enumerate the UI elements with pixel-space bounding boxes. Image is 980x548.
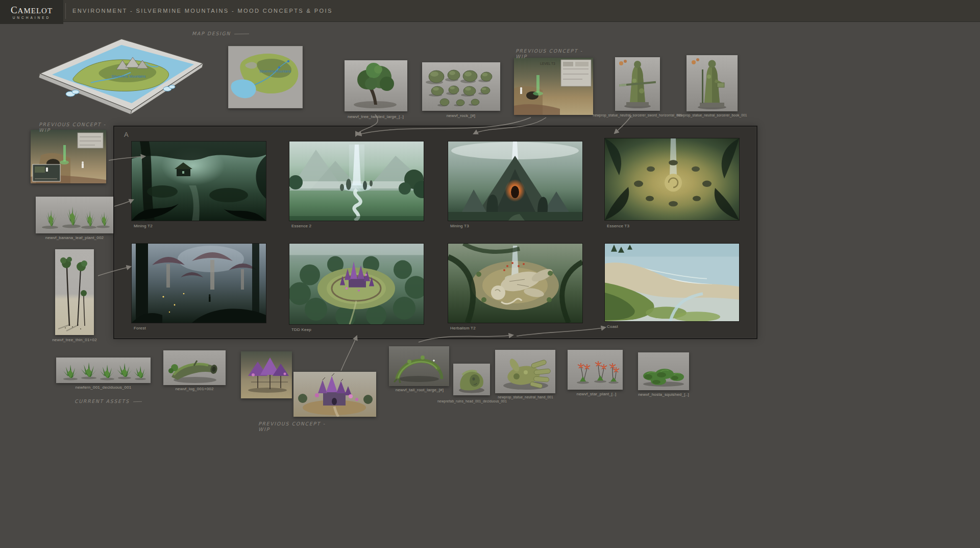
asset-label-statue-book: newprop_statue_neutral_sorcerer_book_001 [664, 113, 761, 117]
previous-concept-left-artwork [31, 130, 106, 183]
annotation-current-assets-text: CURRENT ASSETS [75, 398, 130, 404]
concept-image-tdd-keep [289, 244, 424, 324]
asset-banana-leaf [36, 197, 113, 233]
log-artwork [163, 350, 226, 385]
asset-statue-sword [615, 57, 660, 111]
annotation-previous-concept-top: PREVIOUS CONCEPT - WIP [516, 48, 593, 59]
tall-root-artwork [389, 346, 449, 386]
asset-rocks [422, 62, 500, 111]
asset-fern [56, 358, 151, 383]
annotation-current-assets: CURRENT ASSETS [75, 398, 142, 404]
camelot-logo: CAMELOT UNCHAINED [0, 0, 63, 24]
asset-label-hosta: newvf_hosta_squished_[..] [630, 392, 697, 397]
star-plant-artwork [568, 350, 623, 390]
previous-concept-structure-a [241, 351, 292, 398]
asset-label-rocks: newvf_rock_[#] [430, 113, 492, 118]
tree-twisted-artwork [345, 60, 407, 111]
essence-2-artwork [289, 141, 424, 221]
asset-statue-book [687, 55, 738, 111]
structure-a-artwork [241, 351, 292, 398]
asset-tree-twisted [345, 60, 407, 111]
ruins-head-artwork [453, 364, 490, 395]
concept-label-coast: Coast [607, 324, 618, 329]
asset-label-tall-root: newvf_tall_root_large_[#] [384, 388, 455, 392]
annotation-previous-concept-bottom: PREVIOUS CONCEPT - WIP [258, 421, 339, 432]
concept-image-coast [605, 244, 739, 321]
asset-label-star-plant: newvf_star_plant_[..] [565, 392, 628, 396]
hosta-artwork [638, 352, 689, 390]
concept-image-forest [132, 244, 266, 323]
annotation-map-design: MAP DESIGN [192, 31, 249, 36]
terrain-map-3d: Silvermine Mountains [31, 34, 207, 115]
concept-board-page: CAMELOT UNCHAINED ENVIRONMENT - SILVERMI… [0, 0, 980, 548]
logo-secondary-text: UNCHAINED [13, 16, 51, 19]
asset-statue-hand [495, 350, 555, 393]
concept-label-herbalism-t2: Herbalism T2 [450, 326, 476, 330]
statue-sword-artwork [615, 57, 660, 111]
level-caption: LEVEL T3 [540, 62, 555, 65]
forest-artwork [132, 244, 266, 323]
page-title: ENVIRONMENT - SILVERMINE MOUNTAINS - MOO… [72, 0, 333, 21]
asset-label-statue-hand: newprop_statue_neutral_hand_001 [486, 395, 565, 399]
mining-t3-artwork [448, 141, 582, 221]
coast-artwork [605, 244, 739, 321]
asset-label-banana-leaf: newvf_banana_leaf_plant_002 [36, 235, 113, 240]
asset-label-ruins-head: newprefab_ruins_head_001_deciduous_001 [429, 399, 516, 403]
tdd-keep-artwork [289, 244, 424, 324]
asset-label-tree-thin: newvf_tree_thin_01+02 [39, 338, 110, 342]
banana-leaf-artwork [36, 197, 113, 233]
asset-ruins-head [453, 364, 490, 395]
annotation-underline [234, 34, 249, 35]
concept-image-essence-2 [289, 141, 424, 221]
annotation-map-design-text: MAP DESIGN [192, 31, 231, 36]
fern-artwork [56, 358, 151, 383]
annotation-previous-concept-left-text: PREVIOUS CONCEPT - WIP [39, 122, 108, 133]
annotation-underline [133, 401, 142, 402]
logo-primary-text: CAMELOT [11, 5, 53, 15]
statue-book-artwork [687, 55, 738, 111]
concept-image-herbalism-t2 [448, 244, 582, 323]
header-divider [65, 3, 66, 19]
previous-concept-left-image [31, 130, 106, 183]
cloud-doodle-icon [66, 90, 79, 97]
previous-concept-top-artwork: LEVEL T3 [514, 58, 593, 115]
terrain-map-3d-artwork: Silvermine Mountains [31, 34, 207, 115]
asset-label-fern: newfern_001_deciduous_001 [56, 385, 151, 390]
mining-t2-artwork [132, 141, 266, 221]
annotation-previous-concept-top-text: PREVIOUS CONCEPT - WIP [516, 48, 590, 59]
previous-concept-structure-b [293, 372, 376, 417]
asset-tree-thin [55, 249, 94, 335]
concept-label-mining-t3: Mining T3 [450, 224, 469, 228]
concept-image-mining-t2 [132, 141, 266, 221]
region-map-2d-artwork: Silvermine Mountains [228, 46, 303, 108]
concept-image-mining-t3 [448, 141, 582, 221]
tree-thin-artwork [55, 249, 94, 335]
annotation-previous-concept-left: PREVIOUS CONCEPT - WIP [39, 122, 111, 133]
concept-label-tdd-keep: TDD Keep [291, 327, 311, 332]
statue-hand-artwork [495, 350, 555, 393]
concept-label-forest: Forest [134, 326, 146, 330]
asset-label-log: newvf_log_001+002 [159, 387, 230, 391]
asset-tall-root [389, 346, 449, 386]
asset-log [163, 350, 226, 385]
map-region-label: Silvermine Mountains [259, 69, 291, 73]
concept-label-essence-t3: Essence T3 [607, 224, 629, 228]
asset-hosta [638, 352, 689, 390]
herbalism-t2-artwork [448, 244, 582, 323]
region-map-2d: Silvermine Mountains [228, 46, 303, 108]
asset-star-plant [568, 350, 623, 390]
asset-label-tree-twisted: newvf_tree_twisted_large_[..] [335, 114, 416, 119]
concept-label-mining-t2: Mining T2 [134, 224, 153, 228]
rocks-artwork [422, 62, 500, 111]
annotation-previous-concept-bottom-text: PREVIOUS CONCEPT - WIP [258, 421, 335, 432]
previous-concept-top-image: LEVEL T3 [514, 58, 593, 115]
board-marker: A [124, 131, 129, 138]
map-region-label: Silvermine Mountains [112, 75, 146, 78]
structure-b-artwork [293, 372, 376, 417]
concept-image-essence-t3 [605, 138, 739, 220]
essence-t3-artwork [605, 138, 739, 220]
concept-label-essence-2: Essence 2 [291, 224, 311, 228]
